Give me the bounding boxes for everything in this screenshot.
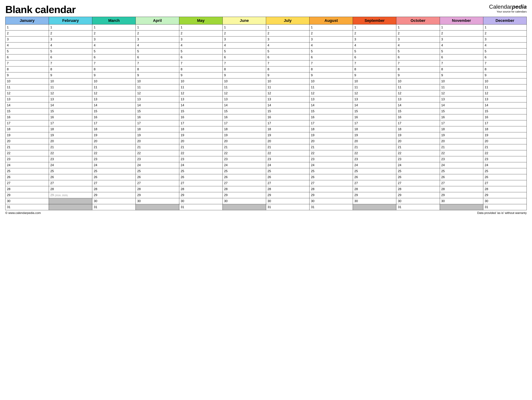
calendar-cell: 18 [396,126,440,132]
calendar-cell: 22 [92,150,136,156]
calendar-cell: 30 [483,198,526,204]
calendar-cell: 29 [483,192,526,198]
calendar-row: 191919191919191919191919 [6,132,527,138]
calendar-cell: 27 [6,180,49,186]
calendar-row: 31 31 31 3131 31 31 [6,204,527,210]
calendar-cell: 7 [440,61,483,67]
calendar-cell: 18 [49,126,92,132]
calendar-cell: 17 [49,120,92,126]
calendar-cell: 13 [440,96,483,102]
calendar-cell: 29 [396,192,440,198]
calendar-cell: 6 [483,55,526,61]
calendar-cell: 26 [6,174,49,180]
calendar-cell: 14 [222,102,266,108]
calendar-cell: 17 [179,120,222,126]
calendar-cell: 29 [353,192,396,198]
footer-disclaimer: Data provided 'as is' without warranty [477,211,527,215]
calendar-cell: 2 [179,31,222,37]
calendar-cell: 16 [396,114,440,120]
calendar-cell: 7 [136,61,179,67]
calendar-cell: 5 [266,49,309,55]
calendar-cell: 4 [266,43,309,49]
calendar-row: 111111111111111111111111 [6,84,527,90]
calendar-cell: 8 [310,67,353,72]
calendar-cell: 22 [353,150,396,156]
calendar-cell: 9 [396,72,440,78]
calendar-cell: 5 [179,49,222,55]
calendar-row: 131313131313131313131313 [6,96,527,102]
calendar-cell: 18 [6,126,49,132]
calendar-cell: 19 [483,132,526,138]
calendar-cell: 23 [396,156,440,162]
calendar-cell: 1 [310,25,353,31]
calendar-cell: 14 [92,102,136,108]
calendar-row: 888888888888 [6,67,527,72]
calendar-cell: 22 [266,150,309,156]
calendar-cell: 19 [222,132,266,138]
calendar-cell: 17 [440,120,483,126]
calendar-cell: 18 [353,126,396,132]
calendar-cell: 27 [353,180,396,186]
calendar-cell: 18 [179,126,222,132]
calendar-cell: 5 [92,49,136,55]
calendar-cell: 16 [179,114,222,120]
calendar-cell: 1 [136,25,179,31]
calendar-cell: 21 [49,144,92,150]
calendar-cell: 15 [179,108,222,114]
calendar-cell: 9 [92,72,136,78]
calendar-cell: 7 [222,61,266,67]
calendar-cell: 11 [222,84,266,90]
calendar-cell: 3 [483,37,526,43]
calendar-cell: 31 [92,204,136,210]
calendar-cell: 19 [396,132,440,138]
calendar-cell: 5 [310,49,353,55]
calendar-cell: 18 [136,126,179,132]
calendar-cell: 9 [353,72,396,78]
calendar-cell: 22 [396,150,440,156]
calendar-cell: 7 [353,61,396,67]
calendar-cell: 28 [92,186,136,192]
calendar-cell: 26 [266,174,309,180]
calendar-cell: 8 [440,67,483,72]
calendar-cell: 8 [136,67,179,72]
calendar-cell: 13 [222,96,266,102]
calendar-cell: 26 [440,174,483,180]
calendar-cell: 2 [440,31,483,37]
calendar-cell: 2 [136,31,179,37]
calendar-cell: 4 [92,43,136,49]
calendar-cell [440,204,483,210]
month-header: March [92,17,136,25]
calendar-cell: 29 [266,192,309,198]
calendar-cell: 8 [396,67,440,72]
calendar-cell: 16 [310,114,353,120]
calendar-cell: 4 [440,43,483,49]
calendar-cell: 29 [222,192,266,198]
calendar-cell: 27 [266,180,309,186]
calendar-row: 666666666666 [6,55,527,61]
calendar-cell: 12 [92,90,136,96]
calendar-cell: 19 [6,132,49,138]
calendar-cell [49,204,92,210]
calendar-cell: 17 [136,120,179,126]
calendar-cell: 7 [396,61,440,67]
calendar-cell: 30 [136,198,179,204]
calendar-cell: 30 [222,198,266,204]
calendar-cell: 21 [440,144,483,150]
calendar-cell: 26 [483,174,526,180]
calendar-cell: 2 [483,31,526,37]
calendar-cell: 25 [136,168,179,174]
calendar-cell: 24 [266,162,309,168]
calendar-cell: 15 [49,108,92,114]
calendar-cell: 29 [440,192,483,198]
calendar-cell: 6 [396,55,440,61]
calendar-cell: 12 [222,90,266,96]
calendar-cell: 14 [49,102,92,108]
calendar-cell: 27 [92,180,136,186]
calendar-cell: 1 [266,25,309,31]
calendar-cell: 12 [266,90,309,96]
calendar-cell: 28 [222,186,266,192]
calendar-cell: 19 [266,132,309,138]
calendar-cell: 27 [440,180,483,186]
calendar-cell: 11 [49,84,92,90]
calendar-cell: 3 [92,37,136,43]
